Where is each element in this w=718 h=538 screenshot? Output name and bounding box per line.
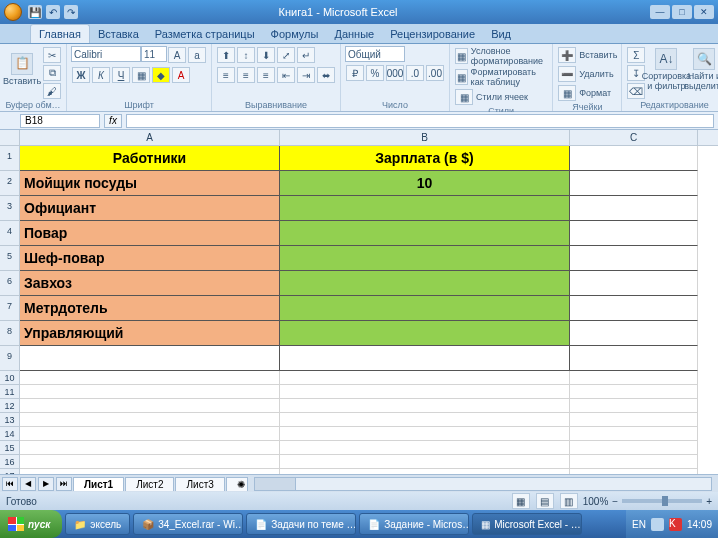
- view-break-icon[interactable]: ▥: [560, 493, 578, 509]
- cell[interactable]: [570, 413, 698, 427]
- cell[interactable]: [570, 296, 698, 321]
- sheet-nav-next[interactable]: ▶: [38, 477, 54, 491]
- align-top-icon[interactable]: ⬆: [217, 47, 235, 63]
- font-size-combo[interactable]: 11: [141, 46, 167, 62]
- cell[interactable]: Мойщик посуды: [20, 171, 280, 196]
- cell[interactable]: [20, 413, 280, 427]
- cell[interactable]: [570, 196, 698, 221]
- close-button[interactable]: ✕: [694, 5, 714, 19]
- insert-cells-button[interactable]: ➕Вставить: [557, 46, 617, 64]
- row-header[interactable]: 3: [0, 196, 20, 221]
- zoom-in-button[interactable]: +: [706, 496, 712, 507]
- cell[interactable]: [20, 427, 280, 441]
- zoom-percent[interactable]: 100%: [583, 496, 609, 507]
- cell[interactable]: [570, 221, 698, 246]
- tab-data[interactable]: Данные: [326, 25, 382, 43]
- zoom-out-button[interactable]: −: [612, 496, 618, 507]
- undo-icon[interactable]: ↶: [46, 5, 60, 19]
- decrease-indent-icon[interactable]: ⇤: [277, 67, 295, 83]
- start-button[interactable]: пуск: [0, 510, 62, 538]
- cell[interactable]: [570, 399, 698, 413]
- cell[interactable]: Управляющий: [20, 321, 280, 346]
- copy-icon[interactable]: ⧉: [43, 65, 61, 81]
- cell[interactable]: [20, 385, 280, 399]
- cell[interactable]: [280, 371, 570, 385]
- row-header[interactable]: 9: [0, 346, 20, 371]
- cell[interactable]: [20, 469, 280, 474]
- cell[interactable]: [280, 441, 570, 455]
- format-cells-button[interactable]: ▦Формат: [557, 84, 611, 102]
- cell[interactable]: Работники: [20, 146, 280, 171]
- cell[interactable]: [570, 385, 698, 399]
- merge-icon[interactable]: ⬌: [317, 67, 335, 83]
- sheet-tab-3[interactable]: Лист3: [175, 477, 224, 491]
- format-painter-icon[interactable]: 🖌: [43, 83, 61, 99]
- tray-icon-2[interactable]: K: [669, 518, 682, 531]
- tab-page-layout[interactable]: Разметка страницы: [147, 25, 263, 43]
- clock[interactable]: 14:09: [687, 519, 712, 530]
- sheet-tab-2[interactable]: Лист2: [125, 477, 174, 491]
- tab-view[interactable]: Вид: [483, 25, 519, 43]
- cell[interactable]: [20, 371, 280, 385]
- cell[interactable]: [570, 441, 698, 455]
- cell[interactable]: Завхоз: [20, 271, 280, 296]
- taskbar-item-1[interactable]: 📦34_Excel.rar - Wi…: [133, 513, 243, 535]
- cell-styles-button[interactable]: ▦Стили ячеек: [454, 88, 528, 106]
- row-header[interactable]: 11: [0, 385, 20, 399]
- align-center-icon[interactable]: ≡: [237, 67, 255, 83]
- sheet-tab-new[interactable]: ✺: [226, 477, 248, 491]
- cell[interactable]: 10: [280, 171, 570, 196]
- paste-button[interactable]: 📋 Вставить: [4, 46, 40, 94]
- fx-button[interactable]: fx: [104, 114, 122, 128]
- cell[interactable]: Метрдотель: [20, 296, 280, 321]
- horizontal-scrollbar[interactable]: [254, 477, 712, 491]
- row-header[interactable]: 15: [0, 441, 20, 455]
- tab-home[interactable]: Главная: [30, 24, 90, 43]
- redo-icon[interactable]: ↷: [64, 5, 78, 19]
- cell[interactable]: [570, 371, 698, 385]
- row-header[interactable]: 17: [0, 469, 20, 474]
- col-header-c[interactable]: C: [570, 130, 698, 145]
- row-header[interactable]: 14: [0, 427, 20, 441]
- cell[interactable]: Повар: [20, 221, 280, 246]
- tab-insert[interactable]: Вставка: [90, 25, 147, 43]
- taskbar-item-2[interactable]: 📄Задачи по теме …: [246, 513, 356, 535]
- increase-font-icon[interactable]: A: [168, 47, 186, 63]
- percent-icon[interactable]: %: [366, 65, 384, 81]
- cell[interactable]: [20, 455, 280, 469]
- row-header[interactable]: 7: [0, 296, 20, 321]
- font-name-combo[interactable]: Calibri: [71, 46, 141, 62]
- tab-formulas[interactable]: Формулы: [263, 25, 327, 43]
- cell[interactable]: [280, 246, 570, 271]
- maximize-button[interactable]: □: [672, 5, 692, 19]
- cell[interactable]: [20, 441, 280, 455]
- comma-icon[interactable]: 000: [386, 65, 404, 81]
- find-select-button[interactable]: 🔍 Найти и выделить: [686, 46, 718, 94]
- row-header[interactable]: 16: [0, 455, 20, 469]
- cell[interactable]: [280, 296, 570, 321]
- delete-cells-button[interactable]: ➖Удалить: [557, 65, 613, 83]
- row-header[interactable]: 2: [0, 171, 20, 196]
- cell[interactable]: [280, 399, 570, 413]
- number-format-combo[interactable]: Общий: [345, 46, 405, 62]
- wrap-text-icon[interactable]: ↵: [297, 47, 315, 63]
- cell[interactable]: Официант: [20, 196, 280, 221]
- cell[interactable]: [280, 196, 570, 221]
- underline-button[interactable]: Ч: [112, 67, 130, 83]
- cell[interactable]: [280, 413, 570, 427]
- row-header[interactable]: 8: [0, 321, 20, 346]
- taskbar-item-3[interactable]: 📄Задание - Micros…: [359, 513, 469, 535]
- zoom-slider[interactable]: [622, 499, 702, 503]
- cell[interactable]: [280, 321, 570, 346]
- view-normal-icon[interactable]: ▦: [512, 493, 530, 509]
- tab-review[interactable]: Рецензирование: [382, 25, 483, 43]
- cell[interactable]: [570, 455, 698, 469]
- cell[interactable]: [280, 271, 570, 296]
- row-header[interactable]: 13: [0, 413, 20, 427]
- cell[interactable]: [280, 385, 570, 399]
- align-bottom-icon[interactable]: ⬇: [257, 47, 275, 63]
- cell[interactable]: [570, 469, 698, 474]
- border-button[interactable]: ▦: [132, 67, 150, 83]
- cell[interactable]: Шеф-повар: [20, 246, 280, 271]
- currency-icon[interactable]: ₽: [346, 65, 364, 81]
